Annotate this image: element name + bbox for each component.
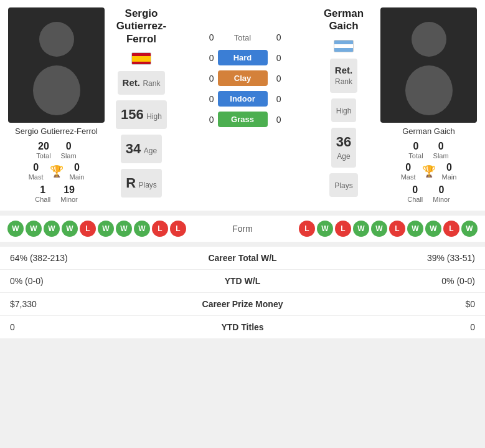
form-badge-p2: W: [425, 221, 441, 237]
player2-trophy-row: 0 Mast 🏆 0 Main: [401, 162, 457, 181]
career-prize-p1: $7,330: [10, 299, 187, 309]
form-badge-p1: W: [134, 221, 150, 237]
ytd-wl-p1: 0% (0-0): [10, 276, 187, 286]
form-badge-p2: W: [461, 221, 478, 237]
player2-stats-row1: 0 Total 0 Slam: [408, 141, 448, 160]
player2-high-box: High: [331, 98, 357, 122]
career-wl-label: Career Total W/L: [187, 253, 299, 263]
player2-photo: [380, 7, 477, 123]
ytd-wl-label: YTD W/L: [187, 276, 299, 286]
form-badge-p1: W: [7, 221, 24, 237]
form-badge-p2: L: [389, 221, 405, 237]
career-prize-p2: $0: [299, 299, 476, 309]
player1-form: WWWWLWWWLL: [7, 221, 186, 237]
player2-total: 0 Total: [408, 141, 423, 160]
player2-column: German Gaich 0 Total 0 Slam 0 Mast 🏆: [377, 7, 480, 203]
indoor-surface-row: 0 Indoor 0: [204, 91, 281, 107]
player1-main: 0 Main: [70, 162, 85, 181]
trophy-icon-p1: 🏆: [50, 164, 64, 178]
form-badge-p1: W: [116, 221, 132, 237]
player1-flag: [131, 52, 151, 65]
player1-minor: 19 Minor: [60, 184, 78, 203]
svg-point-2: [412, 22, 446, 57]
total-surface-row: 0 Total 0: [204, 32, 281, 42]
player1-name: Sergio Gutierrez-Ferrol: [15, 126, 98, 137]
form-badge-p1: W: [44, 221, 60, 237]
form-badge-p2: W: [317, 221, 333, 237]
player1-total: 20 Total: [36, 141, 50, 160]
main-container: Sergio Gutierrez-Ferrol 20 Total 0 Slam …: [0, 0, 485, 338]
player2-mid-stats: German Gaich Ret. Rank High 36 Age: [313, 7, 375, 203]
form-badge-p1: L: [80, 221, 96, 237]
player2-name: German Gaich: [402, 126, 455, 137]
form-badge-p1: L: [170, 221, 186, 237]
form-badge-p1: W: [26, 221, 42, 237]
trophy-icon-p2: 🏆: [422, 164, 436, 178]
career-prize-row: $7,330 Career Prize Money $0: [0, 293, 485, 316]
player2-flag: [334, 40, 354, 52]
form-badge-p2: L: [335, 221, 351, 237]
player2-plays-box: Plays: [329, 173, 357, 197]
ytd-titles-p1: 0: [10, 322, 187, 332]
player2-center-name: German Gaich: [313, 7, 375, 33]
form-badge-p1: L: [152, 221, 168, 237]
svg-point-3: [405, 65, 453, 115]
form-badge-p1: W: [62, 221, 78, 237]
ytd-wl-p2: 0% (0-0): [299, 276, 476, 286]
player2-chall: 0 Chall: [407, 184, 423, 203]
player1-slam: 0 Slam: [61, 141, 77, 160]
player1-chall: 1 Chall: [35, 184, 50, 203]
player1-rank-box: Ret. Rank: [118, 71, 166, 95]
form-badge-p2: L: [443, 221, 459, 237]
player1-photo: [8, 7, 105, 123]
form-badge-p2: W: [371, 221, 387, 237]
ytd-titles-label: YTD Titles: [187, 322, 299, 332]
player2-slam: 0 Slam: [433, 141, 449, 160]
form-badge-p1: W: [98, 221, 114, 237]
player1-high-box: 156 High: [116, 100, 167, 129]
form-badge-p2: L: [299, 221, 315, 237]
ytd-titles-row: 0 YTD Titles 0: [0, 316, 485, 338]
ytd-wl-row: 0% (0-0) YTD W/L 0% (0-0): [0, 270, 485, 293]
career-wl-p2: 39% (33-51): [299, 253, 476, 263]
stats-table: 64% (382-213) Career Total W/L 39% (33-5…: [0, 247, 485, 338]
player1-age-box: 34 Age: [121, 135, 162, 163]
comparison-section: Sergio Gutierrez-Ferrol 20 Total 0 Slam …: [0, 0, 485, 211]
career-wl-p1: 64% (382-213): [10, 253, 187, 263]
player2-minor: 0 Minor: [433, 184, 450, 203]
player1-stats-row1: 20 Total 0 Slam: [36, 141, 76, 160]
career-prize-label: Career Prize Money: [187, 299, 299, 309]
svg-point-0: [39, 22, 74, 57]
svg-point-1: [33, 65, 80, 115]
player1-trophy-row: 0 Mast 🏆 0 Main: [29, 162, 85, 181]
player2-form: LWLWWLWWLW: [299, 221, 478, 237]
grass-surface-row: 0 Grass 0: [204, 112, 281, 127]
player2-main: 0 Main: [442, 162, 457, 181]
clay-surface-row: 0 Clay 0: [204, 70, 281, 86]
player2-mast: 0 Mast: [401, 162, 416, 181]
form-badge-p2: W: [407, 221, 423, 237]
player2-age-box: 36 Age: [331, 128, 356, 168]
player1-mast: 0 Mast: [29, 162, 44, 181]
form-badge-p2: W: [353, 221, 369, 237]
player1-center-name: Sergio Gutierrez-Ferrol: [110, 7, 172, 45]
player2-stats-row3: 0 Chall 0 Minor: [407, 184, 450, 203]
hard-surface-row: 0 Hard 0: [204, 50, 281, 65]
surfaces-column: 0 Total 0 0 Hard 0 0 Clay 0 0 Indoor 0: [175, 7, 310, 203]
form-section: WWWWLWWWLL Form LWLWWLWWLW: [0, 216, 485, 242]
player1-plays-box: R Plays: [121, 169, 162, 198]
career-wl-row: 64% (382-213) Career Total W/L 39% (33-5…: [0, 247, 485, 270]
player1-column: Sergio Gutierrez-Ferrol 20 Total 0 Slam …: [5, 7, 108, 203]
player1-stats-row3: 1 Chall 19 Minor: [35, 184, 78, 203]
player1-mid-stats: Sergio Gutierrez-Ferrol Ret. Rank 156 Hi…: [110, 7, 172, 203]
form-label: Form: [232, 224, 253, 234]
ytd-titles-p2: 0: [299, 322, 476, 332]
player2-rank-box: Ret. Rank: [330, 59, 357, 93]
